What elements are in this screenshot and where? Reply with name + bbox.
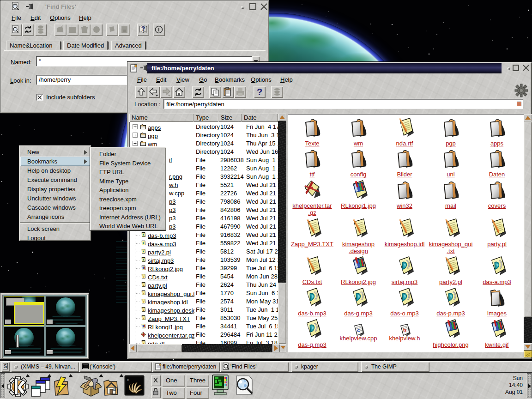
svg-text:?: ?	[257, 87, 262, 97]
svg-text:?: ?	[141, 25, 145, 32]
svg-text:>: >	[127, 378, 129, 382]
